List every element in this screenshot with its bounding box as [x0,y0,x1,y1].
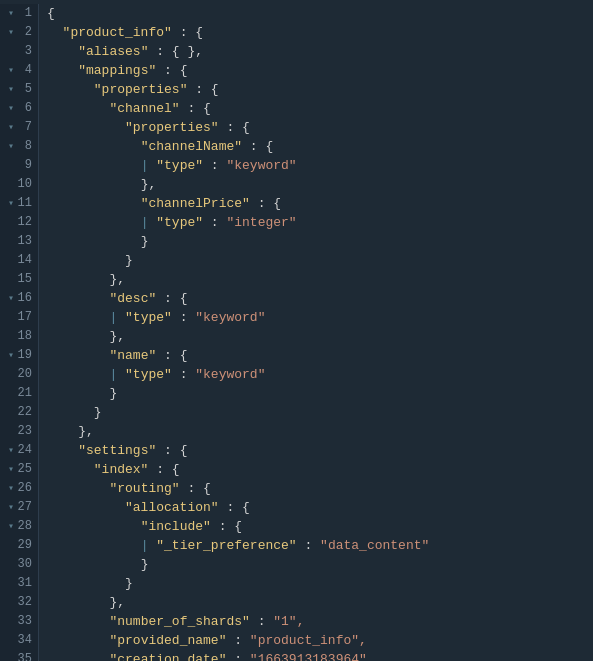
json-key: "creation_date" [109,650,226,661]
json-key: "channelName" [141,137,242,156]
fold-icon[interactable]: ▾ [4,99,14,118]
json-colon: : [226,650,249,661]
fold-icon[interactable]: ▾ [4,118,14,137]
json-indent [47,232,141,251]
line-number: 13 [4,232,32,251]
fold-icon[interactable]: ▾ [4,61,14,80]
fold-icon[interactable]: ▾ [4,80,14,99]
json-brace: { [195,23,203,42]
json-indent [47,517,141,536]
fold-icon[interactable]: ▾ [4,289,14,308]
line-num-text: 5 [16,80,32,99]
json-indent [47,631,109,650]
json-indent [47,403,94,422]
fold-icon[interactable]: ▾ [4,517,14,536]
fold-icon[interactable]: ▾ [4,23,14,42]
json-indent [47,194,141,213]
line-num-text: 11 [16,194,32,213]
json-pipe: | [141,213,157,232]
json-colon: : [219,118,242,137]
json-indent [47,327,109,346]
editor-container: ▾1▾2 3▾4▾5▾6▾7▾8 9 10▾11 12 13 14 15▾16 … [0,0,593,661]
json-key: "index" [94,460,149,479]
json-key: "include" [141,517,211,536]
line-num-text: 28 [16,517,32,536]
json-brace: { [242,118,250,137]
line-number: ▾5 [4,80,32,99]
code-line: "aliases" : { }, [47,42,585,61]
json-key: "_tier_preference" [156,536,296,555]
json-colon: : [172,308,195,327]
json-colon: : [250,612,273,631]
code-content: { "product_info" : { "aliases" : { }, "m… [39,4,593,661]
code-line: }, [47,327,585,346]
json-brace: } [125,574,133,593]
json-pipe: | [141,536,157,555]
json-key: "product_info" [63,23,172,42]
json-brace: { [180,289,188,308]
fold-icon[interactable]: ▾ [4,346,14,365]
json-indent [47,441,78,460]
json-string: "data_content" [320,536,429,555]
json-key: "provided_name" [109,631,226,650]
line-num-text: 14 [16,251,32,270]
json-indent [47,99,109,118]
json-colon: : [148,460,171,479]
json-indent [47,536,141,555]
code-line: | "_tier_preference" : "data_content" [47,536,585,555]
fold-icon[interactable]: ▾ [4,441,14,460]
json-key: "type" [156,156,203,175]
line-num-text: 26 [16,479,32,498]
line-number: ▾28 [4,517,32,536]
line-number: 10 [4,175,32,194]
json-colon: : [156,346,179,365]
line-num-text: 27 [16,498,32,517]
json-colon: : [203,213,226,232]
fold-icon[interactable]: ▾ [4,479,14,498]
json-brace: { [273,194,281,213]
json-colon: : [226,631,249,650]
line-number: ▾27 [4,498,32,517]
json-key: "type" [125,308,172,327]
fold-icon[interactable]: ▾ [4,4,14,23]
line-num-text: 29 [16,536,32,555]
code-line: "channelName" : { [47,137,585,156]
json-indent [47,384,109,403]
line-number: 32 [4,593,32,612]
json-string: "keyword" [195,365,265,384]
json-key: "properties" [94,80,188,99]
line-number: 34 [4,631,32,650]
json-indent [47,574,125,593]
json-colon: : [148,42,171,61]
json-brace: { [203,99,211,118]
fold-icon[interactable]: ▾ [4,137,14,156]
code-line: "desc" : { [47,289,585,308]
code-line: }, [47,175,585,194]
json-string: "product_info", [250,631,367,650]
json-indent [47,346,109,365]
json-brace: { [265,137,273,156]
line-num-text: 22 [16,403,32,422]
json-brace: { [234,517,242,536]
json-string: "1", [273,612,304,631]
json-indent [47,175,141,194]
code-line: } [47,251,585,270]
line-num-text: 31 [16,574,32,593]
line-number: 15 [4,270,32,289]
json-key: "aliases" [78,42,148,61]
line-numbers: ▾1▾2 3▾4▾5▾6▾7▾8 9 10▾11 12 13 14 15▾16 … [0,4,39,661]
fold-icon[interactable]: ▾ [4,498,14,517]
fold-icon[interactable]: ▾ [4,460,14,479]
line-num-text: 13 [16,232,32,251]
json-brace: { [180,441,188,460]
fold-icon[interactable]: ▾ [4,194,14,213]
json-key: "channelPrice" [141,194,250,213]
json-brace: }, [141,175,157,194]
line-num-text: 24 [16,441,32,460]
json-key: "type" [156,213,203,232]
json-string: "keyword" [195,308,265,327]
code-line: | "type" : "keyword" [47,156,585,175]
line-number: ▾7 [4,118,32,137]
json-brace: { [47,4,55,23]
json-key: "properties" [125,118,219,137]
